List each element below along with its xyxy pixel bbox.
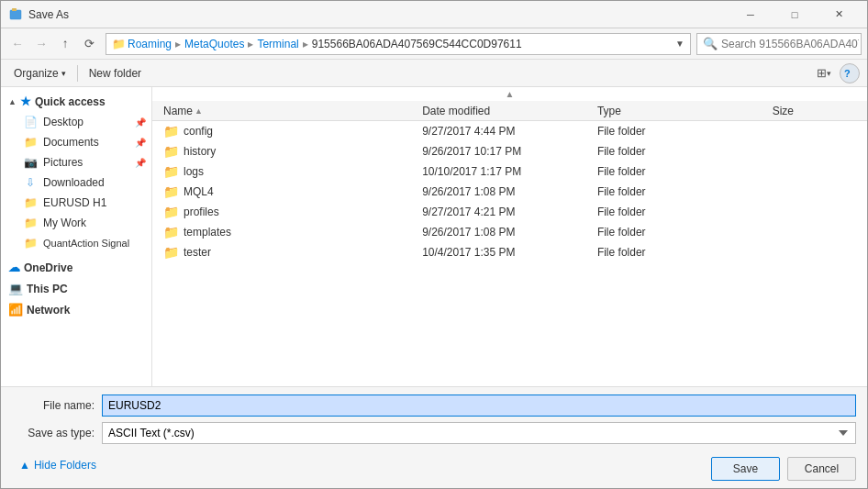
view-arrow-icon: ▾	[827, 69, 831, 78]
save-button[interactable]: Save	[711, 457, 780, 481]
breadcrumb[interactable]: 📁 Roaming ▸ MetaQuotes ▸ Terminal ▸ 9155…	[106, 33, 691, 55]
sidebar: ▲ ★ Quick access 📄 Desktop 📌 📁 Documents…	[1, 87, 152, 386]
cancel-button[interactable]: Cancel	[787, 457, 856, 481]
col-header-size[interactable]: Size	[769, 105, 860, 117]
network-header[interactable]: 📶 Network	[1, 299, 151, 320]
col-date-label: Date modified	[422, 105, 490, 117]
svg-rect-0	[10, 10, 21, 19]
titlebar-controls: ─ □ ✕	[729, 1, 860, 28]
folder-icon: 📁	[163, 164, 179, 179]
breadcrumb-folder-icon: 📁	[112, 38, 126, 50]
file-date-cell: 10/10/2017 1:17 PM	[418, 165, 594, 178]
sidebar-item-documents[interactable]: 📁 Documents 📌	[1, 132, 151, 152]
table-row[interactable]: 📁 history 9/26/2017 10:17 PM File folder	[152, 141, 867, 161]
view-grid-icon: ⊞	[817, 66, 827, 80]
file-name-cell: 📁 templates	[160, 225, 418, 239]
table-row[interactable]: 📁 profiles 9/27/2017 4:21 PM File folder	[152, 202, 867, 222]
file-type-cell: File folder	[594, 226, 769, 239]
file-name-cell: 📁 config	[160, 124, 418, 139]
sidebar-item-downloaded-label: Downloaded	[43, 176, 105, 189]
sidebar-item-downloaded[interactable]: ⇩ Downloaded	[1, 172, 151, 193]
table-row[interactable]: 📁 config 9/27/2017 4:44 PM File folder	[152, 121, 867, 141]
organize-button[interactable]: Organize ▾	[8, 65, 72, 82]
scroll-up-icon: ▲	[506, 89, 515, 99]
back-button[interactable]: ←	[6, 33, 28, 55]
file-type-cell: File folder	[594, 145, 769, 158]
table-row[interactable]: 📁 tester 10/4/2017 1:35 PM File folder	[152, 242, 867, 262]
save-as-dialog: Save As ─ □ ✕ ← → ↑ ⟳ 📁 Roaming ▸ MetaQu…	[0, 0, 868, 489]
sidebar-item-quantaction-label: QuantAction Signal	[43, 238, 129, 249]
filename-input[interactable]	[102, 395, 856, 417]
footer-actions: Save Cancel	[711, 457, 856, 481]
sidebar-item-pictures[interactable]: 📷 Pictures 📌	[1, 152, 151, 172]
search-input[interactable]	[721, 38, 859, 50]
refresh-icon: ⟳	[84, 37, 95, 50]
up-icon: ↑	[62, 37, 69, 50]
navigation-bar: ← → ↑ ⟳ 📁 Roaming ▸ MetaQuotes ▸ Termina…	[1, 28, 867, 60]
file-date-cell: 9/26/2017 10:17 PM	[418, 145, 594, 158]
search-bar[interactable]: 🔍	[696, 33, 862, 55]
view-button[interactable]: ⊞ ▾	[812, 63, 836, 83]
folder-icon: 📁	[163, 205, 179, 219]
table-row[interactable]: 📁 MQL4 9/26/2017 1:08 PM File folder	[152, 182, 867, 202]
toolbar-separator	[77, 65, 78, 82]
col-header-date[interactable]: Date modified	[418, 105, 594, 117]
sidebar-item-desktop[interactable]: 📄 Desktop 📌	[1, 112, 151, 132]
minimize-button[interactable]: ─	[729, 1, 772, 28]
quick-access-arrow-icon: ▲	[8, 97, 17, 106]
hide-folders-button[interactable]: ▲ Hide Folders	[12, 453, 104, 477]
cancel-label: Cancel	[805, 462, 839, 475]
thispc-icon: 💻	[8, 282, 23, 295]
savetype-select[interactable]: ASCII Text (*.csv)	[102, 422, 856, 444]
file-rows-container: 📁 config 9/27/2017 4:44 PM File folder 📁…	[152, 121, 867, 262]
main-content: ▲ ★ Quick access 📄 Desktop 📌 📁 Documents…	[1, 87, 867, 386]
breadcrumb-dropdown-button[interactable]: ▼	[675, 39, 684, 49]
breadcrumb-part-3[interactable]: Terminal	[257, 38, 298, 50]
forward-button[interactable]: →	[30, 33, 52, 55]
quick-access-header[interactable]: ▲ ★ Quick access	[1, 91, 151, 112]
maximize-button[interactable]: □	[773, 1, 816, 28]
up-button[interactable]: ↑	[54, 33, 76, 55]
file-type-cell: File folder	[594, 165, 769, 178]
file-name-cell: 📁 history	[160, 144, 418, 159]
table-row[interactable]: 📁 templates 9/26/2017 1:08 PM File folde…	[152, 222, 867, 242]
sidebar-item-quantaction[interactable]: 📁 QuantAction Signal	[1, 233, 151, 253]
file-list: ▲ Name ▲ Date modified Type Size	[152, 87, 867, 386]
downloaded-icon: ⇩	[23, 175, 38, 190]
file-date-cell: 9/26/2017 1:08 PM	[418, 226, 594, 239]
breadcrumb-sep-1: ▸	[175, 38, 181, 50]
svg-rect-1	[12, 8, 17, 11]
breadcrumb-part-1[interactable]: Roaming	[128, 38, 172, 50]
file-name-cell: 📁 profiles	[160, 205, 418, 219]
sidebar-item-eurusd[interactable]: 📁 EURUSD H1	[1, 193, 151, 213]
titlebar: Save As ─ □ ✕	[1, 1, 867, 28]
forward-icon: →	[35, 37, 47, 50]
sidebar-item-pictures-label: Pictures	[43, 156, 83, 169]
col-header-type[interactable]: Type	[594, 105, 769, 117]
pin-icon-pictures: 📌	[135, 158, 146, 168]
file-date-cell: 9/27/2017 4:21 PM	[418, 206, 594, 218]
file-type-cell: File folder	[594, 246, 769, 259]
help-icon: ?	[844, 68, 851, 79]
file-date-cell: 9/27/2017 4:44 PM	[418, 125, 594, 138]
col-header-name[interactable]: Name ▲	[160, 105, 418, 117]
breadcrumb-part-2[interactable]: MetaQuotes	[184, 38, 244, 50]
back-icon: ←	[11, 37, 23, 50]
network-icon: 📶	[8, 303, 23, 317]
refresh-button[interactable]: ⟳	[78, 33, 100, 55]
filename-label: File name:	[12, 399, 95, 412]
thispc-header[interactable]: 💻 This PC	[1, 278, 151, 299]
sidebar-item-eurusd-label: EURUSD H1	[43, 196, 106, 209]
sidebar-item-mywork[interactable]: 📁 My Work	[1, 213, 151, 233]
file-type-cell: File folder	[594, 125, 769, 138]
onedrive-header[interactable]: ☁ OneDrive	[1, 257, 151, 278]
help-button[interactable]: ?	[840, 63, 860, 83]
network-label: Network	[27, 304, 70, 317]
toolbar: Organize ▾ New folder ⊞ ▾ ?	[1, 60, 867, 87]
folder-icon: 📁	[163, 124, 179, 139]
table-row[interactable]: 📁 logs 10/10/2017 1:17 PM File folder	[152, 161, 867, 182]
col-size-label: Size	[773, 105, 794, 117]
close-button[interactable]: ✕	[818, 1, 860, 28]
new-folder-button[interactable]: New folder	[83, 65, 147, 82]
documents-icon: 📁	[23, 135, 38, 150]
